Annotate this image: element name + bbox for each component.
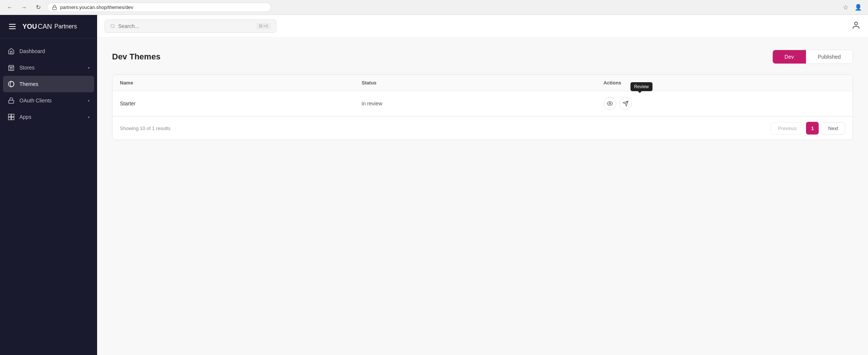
url-text: partners.youcan.shop/themes/dev [60,4,133,10]
svg-rect-3 [9,114,11,117]
table-row: Starter in review Review [112,91,853,116]
top-bar-actions [852,21,861,31]
svg-rect-2 [9,100,14,103]
store-icon [7,64,15,71]
sidebar-item-dashboard[interactable]: Dashboard [0,43,97,59]
hamburger-button[interactable] [7,22,17,31]
next-button[interactable]: Next [821,122,845,135]
table-header: Name Status Actions [112,75,853,91]
logo-youcan: YOU [22,23,37,31]
address-bar: partners.youcan.shop/themes/dev [47,3,271,12]
logo: YOUCAN Partners [22,23,77,31]
tab-published[interactable]: Published [806,50,853,64]
browser-chrome: ← → ↻ partners.youcan.shop/themes/dev ☆ … [0,0,868,15]
themes-icon [7,80,15,88]
sidebar-item-oauth-clients[interactable]: OAuth Clients ▾ [0,92,97,109]
main-content: ⌘+K Dev Themes Dev Published [97,15,868,355]
sidebar-header: YOUCAN Partners [0,15,97,38]
sidebar-item-label-themes: Themes [19,81,90,87]
tab-dev[interactable]: Dev [773,50,806,64]
user-icon [852,21,861,30]
sidebar-item-themes[interactable]: Themes [3,76,94,92]
sidebar-item-label-stores: Stores [19,65,83,71]
pagination-controls: Previous 1 Next [771,122,845,135]
oauth-icon [7,97,15,104]
search-box: ⌘+K [105,19,276,33]
sidebar-item-label-apps: Apps [19,114,83,120]
action-buttons: Review [604,97,845,110]
svg-rect-4 [12,114,14,117]
search-shortcut: ⌘+K [256,23,271,30]
submit-action-wrapper: Review [619,97,632,110]
eye-icon [607,101,613,106]
pagination-row: Showing 10 of 1 results Previous 1 Next [112,116,853,140]
page-content: Dev Themes Dev Published Name Status Act… [97,38,868,355]
sidebar-item-stores[interactable]: Stores ▾ [0,59,97,76]
showing-text: Showing 10 of 1 results [120,126,170,131]
logo-partners: Partners [53,23,77,30]
logo-can: CAN [38,23,52,31]
sidebar-item-label-oauth: OAuth Clients [19,98,83,104]
back-button[interactable]: ← [4,2,15,13]
previous-button[interactable]: Previous [771,122,804,135]
reload-button[interactable]: ↻ [33,2,43,13]
col-header-name: Name [120,80,362,86]
browser-action-buttons: ☆ 👤 [840,2,864,13]
cell-theme-name: Starter [120,101,362,106]
sidebar: YOUCAN Partners Dashboard Stores [0,15,97,355]
chevron-down-icon-apps: ▾ [88,115,90,119]
col-header-status: Status [362,80,603,86]
bookmark-button[interactable]: ☆ [840,2,851,13]
chevron-down-icon: ▾ [88,66,90,70]
preview-button[interactable] [604,97,616,110]
svg-point-10 [609,103,611,104]
tab-group: Dev Published [772,50,853,64]
forward-button[interactable]: → [19,2,29,13]
page-title: Dev Themes [112,52,161,62]
cell-theme-status: in review [362,101,603,106]
svg-rect-5 [9,117,11,120]
svg-line-8 [114,27,114,28]
sidebar-item-label-dashboard: Dashboard [19,48,90,54]
sidebar-navigation: Dashboard Stores ▾ Themes [0,38,97,355]
search-input[interactable] [118,23,253,29]
page-header: Dev Themes Dev Published [112,50,853,64]
svg-point-9 [855,22,858,25]
top-bar: ⌘+K [97,15,868,38]
chevron-down-icon-oauth: ▾ [88,99,90,103]
svg-point-7 [111,24,114,28]
lock-icon [52,5,57,10]
submit-button[interactable] [619,97,632,110]
apps-icon [7,113,15,121]
sidebar-item-apps[interactable]: Apps ▾ [0,109,97,125]
themes-table: Name Status Actions Starter in review [112,74,853,140]
svg-rect-6 [12,117,14,120]
search-icon [110,23,115,29]
page-number-1[interactable]: 1 [806,122,819,135]
app-layout: YOUCAN Partners Dashboard Stores [0,15,868,355]
svg-rect-0 [53,7,57,9]
review-tooltip: Review [630,82,652,91]
home-icon [7,47,15,55]
send-icon [623,101,629,106]
profile-button[interactable]: 👤 [853,2,864,13]
user-profile-button[interactable] [852,21,861,31]
